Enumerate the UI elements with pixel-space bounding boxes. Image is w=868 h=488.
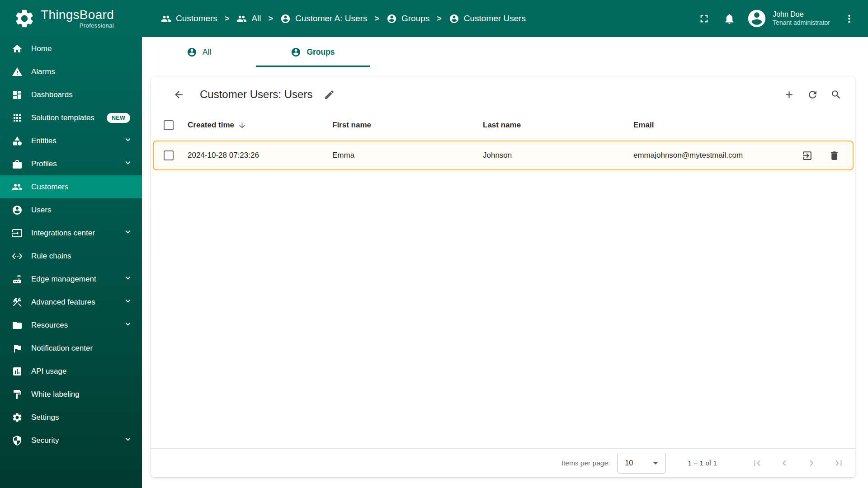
- notifications-button[interactable]: [718, 8, 740, 29]
- warning-icon: [12, 66, 23, 77]
- sidebar-item-api-usage[interactable]: API usage: [0, 360, 142, 383]
- breadcrumb-item-customer-a-users[interactable]: Customer A: Users: [280, 14, 367, 24]
- edit-title-button[interactable]: [319, 84, 340, 105]
- thingsboard-logo-icon: [14, 8, 35, 29]
- breadcrumb-item-customer-users[interactable]: Customer Users: [449, 14, 526, 24]
- breadcrumb-separator: >: [373, 14, 381, 23]
- avatar[interactable]: [746, 8, 767, 29]
- next-page-button[interactable]: [801, 453, 822, 474]
- sidebar-item-label: Solution templates: [31, 113, 94, 122]
- search-icon: [830, 89, 842, 100]
- sidebar-item-label: Profiles: [31, 160, 57, 169]
- customers-icon: [12, 182, 23, 192]
- cell-last-name: Johnson: [483, 151, 633, 160]
- users-table-card: Customer Users: Users Created time First…: [151, 77, 855, 477]
- table-toolbar: Customer Users: Users: [151, 77, 855, 112]
- gear-icon: [12, 412, 23, 423]
- sidebar-item-home[interactable]: Home: [0, 37, 142, 60]
- tools-icon: [12, 297, 23, 308]
- breadcrumb-label: Groups: [401, 14, 429, 23]
- sidebar-item-label: Settings: [31, 413, 59, 422]
- chevron-down-icon: [123, 273, 133, 285]
- sidebar-item-solution-templates[interactable]: Solution templates NEW: [0, 106, 142, 129]
- breadcrumb-item-customers[interactable]: Customers: [161, 14, 217, 24]
- table-header-row: Created time First name Last name Email: [151, 112, 855, 138]
- top-header: ThingsBoard Professional Customers > All…: [0, 0, 868, 37]
- row-checkbox[interactable]: [164, 150, 174, 160]
- breadcrumb-separator: >: [435, 14, 443, 23]
- arrow-back-icon: [173, 89, 184, 100]
- sidebar-item-advanced-features[interactable]: Advanced features: [0, 291, 142, 314]
- chevron-down-icon: [123, 135, 133, 147]
- sidebar-item-notification-center[interactable]: Notification center: [0, 337, 142, 360]
- sidebar-item-edge-management[interactable]: Edge management: [0, 267, 142, 291]
- home-icon: [12, 43, 23, 54]
- login-as-user-button[interactable]: [797, 145, 817, 166]
- header-actions: John Doe Tenant administrator: [693, 8, 868, 29]
- table-pagination: Items per page: 10 1 – 1 of 1: [151, 448, 855, 477]
- breadcrumb-label: Customers: [176, 14, 217, 23]
- chevron-down-icon: [123, 227, 133, 239]
- tab-all[interactable]: All: [142, 37, 256, 67]
- user-info: John Doe Tenant administrator: [773, 10, 830, 27]
- table-empty-space: [151, 170, 855, 448]
- table-row[interactable]: 2024-10-28 07:23:26 Emma Johnson emmajoh…: [153, 141, 854, 170]
- folder-icon: [12, 320, 23, 331]
- user-icon: [449, 14, 459, 24]
- back-button[interactable]: [168, 84, 189, 105]
- add-user-button[interactable]: [778, 84, 799, 105]
- sidebar-item-customers[interactable]: Customers: [0, 175, 142, 198]
- sidebar-item-integrations-center[interactable]: Integrations center: [0, 221, 142, 244]
- sidebar-item-label: Dashboards: [31, 90, 73, 99]
- column-header-first-name[interactable]: First name: [332, 121, 483, 130]
- sidebar-item-label: Integrations center: [31, 229, 95, 238]
- sidebar-item-profiles[interactable]: Profiles: [0, 152, 142, 175]
- user-icon: [387, 14, 397, 24]
- cell-first-name: Emma: [332, 151, 483, 160]
- column-header-last-name[interactable]: Last name: [483, 121, 633, 130]
- thingsboard-logo[interactable]: ThingsBoard Professional: [0, 8, 142, 29]
- delete-user-button[interactable]: [824, 145, 844, 166]
- search-button[interactable]: [826, 84, 846, 105]
- breadcrumb-item-groups[interactable]: Groups: [387, 14, 429, 24]
- user-icon: [12, 205, 23, 216]
- breadcrumb-label: All: [251, 14, 261, 23]
- column-header-created-time[interactable]: Created time: [188, 121, 332, 130]
- more-menu-button[interactable]: [838, 8, 860, 29]
- sidebar-item-resources[interactable]: Resources: [0, 314, 142, 337]
- sidebar-item-users[interactable]: Users: [0, 198, 142, 221]
- user-icon: [280, 14, 291, 24]
- sidebar-item-label: Users: [31, 206, 51, 215]
- user-icon: [187, 47, 197, 57]
- breadcrumb-item-all[interactable]: All: [236, 14, 261, 24]
- tab-groups[interactable]: Groups: [256, 37, 370, 67]
- shield-icon: [12, 435, 23, 446]
- first-page-button[interactable]: [747, 453, 768, 474]
- first-page-icon: [751, 457, 763, 469]
- apps-icon: [12, 113, 23, 123]
- sidebar-item-alarms[interactable]: Alarms: [0, 60, 142, 83]
- fullscreen-button[interactable]: [693, 8, 715, 29]
- sidebar-item-entities[interactable]: Entities: [0, 129, 142, 152]
- column-header-email[interactable]: Email: [633, 121, 796, 130]
- items-per-page-select[interactable]: 10: [617, 453, 666, 474]
- sidebar-item-label: Rule chains: [31, 252, 71, 261]
- sidebar-item-settings[interactable]: Settings: [0, 406, 142, 429]
- user-name: John Doe: [773, 10, 830, 19]
- sidebar-item-label: Alarms: [31, 67, 55, 76]
- sidebar-item-security[interactable]: Security: [0, 429, 142, 452]
- items-per-page-value: 10: [625, 459, 633, 467]
- sidebar-item-white-labeling[interactable]: White labeling: [0, 383, 142, 406]
- refresh-button[interactable]: [802, 84, 823, 105]
- sidebar-item-dashboards[interactable]: Dashboards: [0, 83, 142, 106]
- select-all-checkbox[interactable]: [164, 120, 174, 130]
- last-page-button[interactable]: [828, 453, 849, 474]
- brand-name: ThingsBoard: [41, 8, 114, 22]
- sidebar-item-rule-chains[interactable]: Rule chains: [0, 244, 142, 267]
- last-page-icon: [833, 457, 844, 469]
- sidebar: Home Alarms Dashboards Solution template…: [0, 37, 142, 488]
- previous-page-button[interactable]: [774, 453, 795, 474]
- tab-label: Groups: [307, 47, 335, 57]
- sidebar-item-label: Edge management: [31, 275, 96, 284]
- page-range-label: 1 – 1 of 1: [688, 459, 717, 467]
